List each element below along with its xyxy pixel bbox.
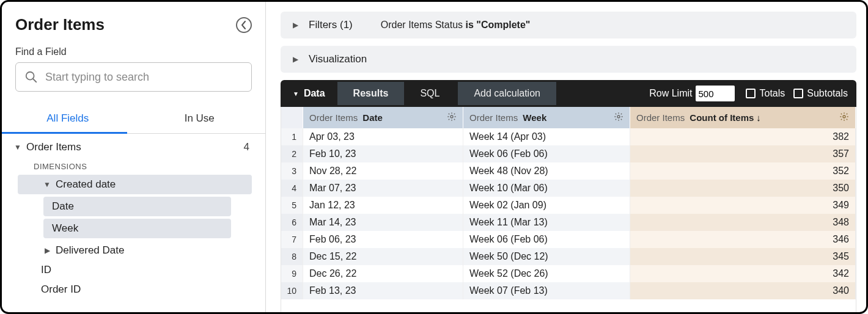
cell-count: 350 — [630, 180, 856, 197]
tree-field-label: Delivered Date — [56, 244, 252, 257]
row-number-cell: 8 — [281, 248, 303, 265]
tab-results[interactable]: Results — [337, 82, 405, 105]
visualization-panel[interactable]: ▶ Visualization — [281, 46, 856, 73]
table-row[interactable]: 4Mar 07, 23Week 10 (Mar 06)350 — [281, 180, 856, 197]
tree-field-created-date[interactable]: ▼ Created date — [18, 175, 252, 194]
chevron-left-icon — [241, 21, 247, 29]
cell-count: 340 — [630, 282, 856, 299]
table-row[interactable]: 5Jan 12, 23Week 02 (Jan 09)349 — [281, 197, 856, 214]
table-row[interactable]: 2Feb 10, 23Week 06 (Feb 06)357 — [281, 145, 856, 162]
cell-week: Week 11 (Mar 13) — [463, 214, 630, 231]
row-number-cell: 1 — [281, 128, 303, 145]
tree-field-label: Order ID — [41, 283, 252, 296]
tree-group-label: Order Items — [26, 141, 240, 153]
svg-point-2 — [451, 115, 453, 118]
table-header: Order Items Date Order Items Week Order … — [281, 107, 856, 128]
svg-point-3 — [617, 115, 620, 118]
cell-week: Week 10 (Mar 06) — [463, 180, 630, 197]
filters-panel[interactable]: ▶ Filters (1) Order Items Status is "Com… — [281, 12, 856, 38]
totals-checkbox[interactable]: Totals — [746, 88, 785, 99]
tree-field-label: Week — [52, 222, 227, 235]
tree-field-id[interactable]: ID — [18, 260, 256, 280]
cell-date: Jan 12, 23 — [303, 197, 463, 214]
filters-summary-prefix: Order Items Status — [381, 20, 466, 30]
cell-date: Feb 06, 23 — [303, 231, 463, 248]
column-header-week[interactable]: Order Items Week — [463, 107, 630, 128]
gear-icon[interactable] — [447, 112, 457, 123]
gear-icon[interactable] — [614, 112, 623, 123]
tree-field-label: ID — [41, 264, 252, 276]
table-body: 1Apr 03, 23Week 14 (Apr 03)3822Feb 10, 2… — [281, 128, 856, 299]
row-number-cell: 5 — [281, 197, 303, 214]
tree-field-order-id[interactable]: Order ID — [18, 280, 256, 299]
chevron-right-icon: ▶ — [293, 55, 301, 64]
row-number-cell: 2 — [281, 145, 303, 162]
chevron-down-icon: ▼ — [42, 180, 52, 189]
tree-group-order-items[interactable]: ▼ Order Items 4 — [9, 137, 256, 157]
tree-group-count: 4 — [244, 141, 252, 153]
filters-panel-title: Filters (1) — [309, 19, 353, 31]
filters-summary: Order Items Status is "Complete" — [381, 20, 531, 31]
cell-week: Week 02 (Jan 09) — [463, 197, 630, 214]
row-number-cell: 4 — [281, 180, 303, 197]
dimensions-section-label: DIMENSIONS — [9, 157, 256, 175]
tree-field-date[interactable]: Date — [43, 197, 231, 216]
cell-date: Mar 07, 23 — [303, 180, 463, 197]
row-number-cell: 6 — [281, 214, 303, 231]
row-limit-label: Row Limit — [649, 88, 692, 99]
cell-count: 349 — [630, 197, 856, 214]
tree-field-label: Date — [52, 200, 227, 213]
cell-count: 345 — [630, 248, 856, 265]
column-header-date[interactable]: Order Items Date — [303, 107, 463, 128]
search-field-box[interactable] — [15, 62, 252, 92]
table-row[interactable]: 3Nov 28, 22Week 48 (Nov 28)352 — [281, 162, 856, 180]
table-row[interactable]: 7Feb 06, 23Week 06 (Feb 06)346 — [281, 231, 856, 248]
row-limit-input[interactable] — [696, 86, 735, 101]
add-calculation-button[interactable]: Add calculation — [458, 82, 556, 105]
cell-week: Week 06 (Feb 06) — [463, 145, 630, 162]
column-header-count[interactable]: Order Items Count of Items↓ — [630, 107, 856, 128]
col-name: Count of Items — [690, 112, 754, 123]
cell-date: Nov 28, 22 — [303, 162, 463, 180]
cell-week: Week 06 (Feb 06) — [463, 231, 630, 248]
data-bar: ▼ Data Results SQL Add calculation Row L… — [281, 80, 856, 107]
chevron-down-icon: ▼ — [13, 143, 23, 152]
sort-desc-icon: ↓ — [756, 112, 761, 123]
cell-date: Apr 03, 23 — [303, 128, 463, 145]
data-section-toggle[interactable]: ▼ Data — [281, 88, 337, 99]
table-row[interactable]: 1Apr 03, 23Week 14 (Apr 03)382 — [281, 128, 856, 145]
table-row[interactable]: 9Dec 26, 22Week 52 (Dec 26)342 — [281, 265, 856, 282]
field-picker-sidebar: Order Items Find a Field All Fields In U… — [2, 2, 266, 312]
cell-date: Feb 13, 23 — [303, 282, 463, 299]
col-prefix: Order Items — [469, 112, 518, 123]
cell-week: Week 14 (Apr 03) — [463, 128, 630, 145]
checkbox-icon — [746, 89, 756, 98]
row-number-cell: 3 — [281, 162, 303, 180]
cell-week: Week 50 (Dec 12) — [463, 248, 630, 265]
cell-week: Week 07 (Feb 13) — [463, 282, 630, 299]
find-field-label: Find a Field — [15, 46, 252, 57]
cell-week: Week 48 (Nov 28) — [463, 162, 630, 180]
gear-icon[interactable] — [839, 112, 849, 123]
search-input[interactable] — [45, 71, 243, 84]
tab-all-fields[interactable]: All Fields — [2, 105, 134, 133]
tab-sql[interactable]: SQL — [404, 82, 455, 105]
table-row[interactable]: 6Mar 14, 23Week 11 (Mar 13)348 — [281, 214, 856, 231]
tree-field-week[interactable]: Week — [43, 219, 231, 238]
filters-summary-value: is "Complete" — [466, 20, 531, 30]
cell-count: 357 — [630, 145, 856, 162]
subtotals-checkbox[interactable]: Subtotals — [793, 88, 848, 99]
chevron-right-icon: ▶ — [293, 21, 301, 29]
tree-field-delivered-date[interactable]: ▶ Delivered Date — [18, 241, 256, 260]
tree-field-label: Created date — [56, 178, 248, 191]
col-name: Date — [362, 112, 383, 123]
cell-count: 348 — [630, 214, 856, 231]
collapse-sidebar-button[interactable] — [236, 17, 252, 33]
cell-count: 346 — [630, 231, 856, 248]
cell-week: Week 52 (Dec 26) — [463, 265, 630, 282]
table-row[interactable]: 8Dec 15, 22Week 50 (Dec 12)345 — [281, 248, 856, 265]
table-row[interactable]: 10Feb 13, 23Week 07 (Feb 13)340 — [281, 282, 856, 299]
tab-in-use[interactable]: In Use — [134, 105, 266, 133]
col-prefix: Order Items — [309, 112, 358, 123]
cell-date: Dec 15, 22 — [303, 248, 463, 265]
